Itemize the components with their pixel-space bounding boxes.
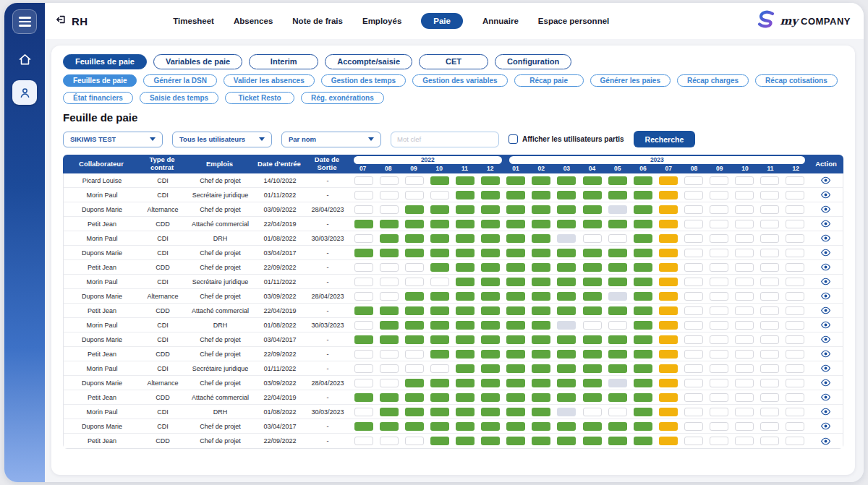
subtab-ticket-resto[interactable]: Ticket Resto [225, 92, 294, 104]
month-status-chip [405, 437, 424, 445]
month-status-chip [634, 191, 652, 199]
month-status-chip [380, 234, 399, 243]
view-payslip-button[interactable] [820, 175, 831, 186]
month-status-chip [532, 379, 550, 387]
view-payslip-button[interactable] [820, 276, 831, 287]
month-status-chip [481, 335, 500, 344]
view-payslip-button[interactable] [820, 406, 831, 417]
month-status-chip [506, 364, 525, 373]
subtab-gestion-des-temps[interactable]: Gestion des temps [321, 74, 406, 87]
users-select[interactable]: Tous les utilisateurs [172, 132, 272, 147]
subtab-recap-cotisations[interactable]: Récap cotisations [755, 74, 838, 87]
eye-icon [820, 189, 831, 200]
month-status-chip [786, 350, 804, 359]
view-payslip-button[interactable] [820, 189, 831, 200]
eye-icon [820, 421, 831, 432]
view-payslip-button[interactable] [820, 247, 831, 258]
view-payslip-button[interactable] [820, 233, 831, 244]
month-status-chip [659, 278, 678, 286]
month-status-chip [760, 205, 779, 214]
view-payslip-button[interactable] [820, 262, 831, 272]
cell-exit-date: - [305, 434, 351, 448]
month-status-chip [405, 234, 424, 243]
view-payslip-button[interactable] [820, 218, 831, 229]
subtab-gestion-des-variables[interactable]: Gestion des variables [412, 74, 507, 87]
nav-item-note-de-frais[interactable]: Note de frais [292, 17, 343, 25]
home-icon[interactable] [12, 47, 37, 72]
month-status-chip [760, 249, 779, 257]
view-payslip-button[interactable] [820, 436, 831, 447]
month-status-chip [354, 220, 373, 228]
month-label: 12 [477, 165, 503, 173]
tab-accompte-saisie[interactable]: Accompte/saisie [325, 54, 412, 69]
month-status-chip [684, 234, 703, 243]
keyword-input[interactable] [391, 132, 499, 147]
subtab-reg-exonerations[interactable]: Rég. exonérations [301, 92, 384, 104]
cell-contract-type: CDI [140, 419, 185, 433]
month-status-chip [583, 176, 602, 185]
month-status-chip [583, 364, 602, 373]
company-select[interactable]: SIKIWIS TEST [63, 132, 163, 147]
eye-icon [820, 363, 831, 374]
table-row: Petit JeanCDDAttaché commercial22/04/201… [64, 390, 843, 405]
month-status-chip [684, 350, 703, 359]
nav-item-paie[interactable]: Paie [421, 13, 463, 29]
month-label: 12 [783, 165, 809, 173]
menu-icon[interactable] [12, 9, 37, 34]
subtab-feuilles-de-paie[interactable]: Feuilles de paie [63, 74, 137, 87]
month-status-chip [557, 278, 576, 286]
view-payslip-button[interactable] [820, 319, 831, 330]
cell-collaborator: Petit Jean [64, 347, 140, 361]
month-status-chip [760, 234, 779, 243]
month-status-chip [735, 191, 754, 199]
nav-item-timesheet[interactable]: Timesheet [173, 17, 214, 25]
view-payslip-button[interactable] [820, 363, 831, 374]
nav-item-absences[interactable]: Absences [234, 17, 273, 25]
month-status-chip [430, 205, 449, 214]
view-payslip-button[interactable] [820, 204, 831, 215]
view-payslip-button[interactable] [820, 377, 831, 388]
view-payslip-button[interactable] [820, 392, 831, 403]
eye-icon [820, 233, 831, 244]
view-payslip-button[interactable] [820, 348, 831, 359]
month-status-chip [786, 393, 804, 402]
month-status-chip [786, 437, 804, 445]
subtab-generer-les-paies[interactable]: Générer les paies [590, 74, 671, 87]
subtab-saisie-des-temps[interactable]: Saisie des temps [140, 92, 218, 104]
sort-select[interactable]: Par nom [281, 132, 381, 147]
subtab-recap-charges[interactable]: Récap charges [677, 74, 749, 87]
search-button[interactable]: Recherche [634, 131, 696, 147]
month-cells [351, 304, 808, 317]
cell-job: DRH [185, 231, 255, 245]
nav-item-employes[interactable]: Employés [362, 17, 401, 25]
month-status-chip [481, 408, 500, 416]
month-status-chip [583, 321, 602, 330]
view-payslip-button[interactable] [820, 334, 831, 345]
show-departed-checkbox[interactable] [509, 134, 518, 144]
collapse-icon[interactable] [55, 14, 67, 28]
month-status-chip [634, 350, 652, 359]
tab-configuration[interactable]: Configuration [495, 54, 571, 69]
view-payslip-button[interactable] [820, 421, 831, 432]
month-status-chip [608, 249, 627, 257]
month-status-chip [557, 263, 576, 272]
nav-item-espace-personnel[interactable]: Espace personnel [538, 17, 609, 25]
subtab-recap-paie[interactable]: Récap paie [514, 74, 584, 87]
user-profile-icon[interactable] [12, 80, 37, 105]
eye-icon [820, 319, 831, 330]
view-payslip-button[interactable] [820, 291, 831, 301]
tab-variables-de-paie[interactable]: Variables de paie [153, 54, 242, 69]
cell-exit-date: - [305, 188, 351, 202]
tab-cet[interactable]: CET [419, 54, 488, 69]
show-departed-users-option[interactable]: Afficher les utilisateurs partis [509, 134, 624, 144]
subtab-valider-les-absences[interactable]: Valider les absences [224, 74, 315, 87]
month-status-chip [760, 350, 779, 359]
month-status-chip [659, 379, 678, 387]
subtab-etat-financiers[interactable]: État financiers [63, 92, 133, 104]
tab-feuilles-de-paie[interactable]: Feuilles de paie [63, 54, 147, 69]
view-payslip-button[interactable] [820, 305, 831, 316]
month-status-chip [608, 408, 627, 416]
subtab-generer-la-dsn[interactable]: Générer la DSN [143, 74, 216, 87]
nav-item-annuaire[interactable]: Annuaire [482, 17, 519, 25]
tab-interim[interactable]: Interim [249, 54, 318, 69]
